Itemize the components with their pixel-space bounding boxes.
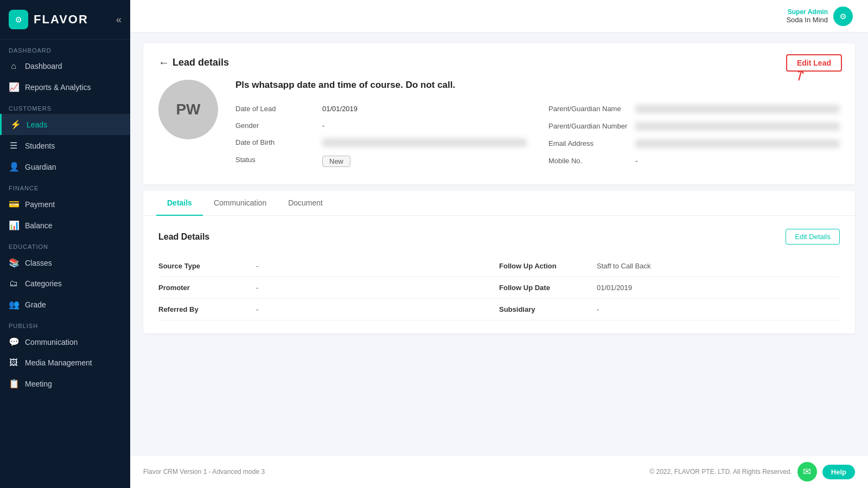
sidebar-section-finance: FINANCE 💳 Payment 📊 Balance	[0, 177, 130, 236]
parent-number-label: Parent/Guardian Number	[548, 122, 635, 130]
referred-by-label: Referred By	[158, 305, 256, 313]
status-label: Status	[235, 156, 322, 164]
sidebar-item-label: Reports & Analytics	[25, 83, 91, 92]
logo-icon: ⊙	[9, 10, 28, 29]
email-label: Email Address	[548, 139, 635, 147]
dob-row: Date of Birth	[235, 134, 527, 151]
sidebar-section-dashboard: DASHBOARD ⌂ Dashboard	[0, 40, 130, 76]
copyright-text: © 2022, FLAVOR PTE. LTD. All Rights Rese…	[649, 468, 792, 476]
sidebar-item-balance[interactable]: 📊 Balance	[0, 215, 130, 236]
sidebar-section-customers: CUSTOMERS ⚡ Leads ☰ Students 👤 Guardian	[0, 98, 130, 177]
tab-details[interactable]: Details	[156, 191, 203, 216]
email-row: Email Address	[548, 135, 840, 152]
follow-up-date-row: Follow Up Date 01/01/2019	[499, 277, 840, 299]
subsidiary-value: -	[597, 305, 599, 313]
sidebar-item-label: Balance	[25, 221, 53, 230]
tabs-header: Details Communication Document	[143, 191, 855, 216]
sidebar-item-label: Communication	[25, 338, 78, 346]
sidebar-section-label-education: EDUCATION	[0, 236, 130, 252]
lead-avatar: PW	[158, 80, 218, 139]
home-icon: ⌂	[9, 61, 18, 71]
status-badge: New	[322, 156, 350, 167]
follow-up-action-row: Follow Up Action Staff to Call Back	[499, 255, 840, 277]
communication-icon: 💬	[9, 337, 18, 347]
sidebar-item-communication[interactable]: 💬 Communication	[0, 331, 130, 352]
edit-lead-button[interactable]: Edit Lead	[786, 54, 842, 72]
help-button[interactable]: Help	[822, 465, 855, 479]
sidebar-item-label: Guardian	[25, 163, 56, 171]
details-grid: Source Type - Promoter - Referred By -	[158, 255, 840, 320]
edit-details-button[interactable]: Edit Details	[786, 229, 840, 245]
source-type-value: -	[256, 262, 258, 270]
source-type-row: Source Type -	[158, 255, 499, 277]
mobile-value: -	[635, 157, 840, 165]
students-icon: ☰	[9, 140, 18, 151]
sidebar-item-payment[interactable]: 💳 Payment	[0, 194, 130, 215]
sidebar-item-label: Grade	[25, 300, 46, 309]
follow-up-date-label: Follow Up Date	[499, 284, 597, 292]
whatsapp-button[interactable]: ✉	[797, 462, 817, 481]
sidebar: ⊙ FLAVOR « DASHBOARD ⌂ Dashboard 📈 Repor…	[0, 0, 130, 488]
promoter-row: Promoter -	[158, 277, 499, 299]
subsidiary-label: Subsidiary	[499, 305, 597, 313]
tab-document[interactable]: Document	[277, 191, 334, 216]
meeting-icon: 📋	[9, 378, 18, 389]
referred-by-value: -	[256, 305, 258, 313]
date-of-lead-label: Date of Lead	[235, 105, 322, 113]
follow-up-action-label: Follow Up Action	[499, 262, 597, 270]
sidebar-item-label: Leads	[27, 120, 47, 129]
follow-up-action-value: Staff to Call Back	[597, 262, 650, 270]
follow-up-date-value: 01/01/2019	[597, 284, 632, 292]
grade-icon: 👥	[9, 299, 18, 310]
section-title: Lead Details	[158, 232, 209, 242]
collapse-button[interactable]: «	[116, 14, 122, 25]
user-role: Super Admin	[786, 8, 828, 16]
info-grid: Date of Lead 01/01/2019 Gender - Date of…	[235, 100, 840, 171]
footer-right: © 2022, FLAVOR PTE. LTD. All Rights Rese…	[649, 462, 855, 481]
promoter-label: Promoter	[158, 284, 256, 292]
tab-communication[interactable]: Communication	[203, 191, 277, 216]
dob-value	[322, 138, 527, 147]
user-text: Super Admin Soda In Mind	[786, 8, 828, 24]
parent-name-row: Parent/Guardian Name	[548, 100, 840, 118]
main-content: Super Admin Soda In Mind ⊙ ← Lead detail…	[130, 0, 868, 488]
guardian-icon: 👤	[9, 162, 18, 172]
sidebar-section-reports: 📈 Reports & Analytics	[0, 76, 130, 98]
sidebar-item-media[interactable]: 🖼 Media Management	[0, 352, 130, 373]
parent-number-row: Parent/Guardian Number	[548, 118, 840, 135]
sidebar-header: ⊙ FLAVOR «	[0, 0, 130, 40]
gender-value: -	[322, 121, 527, 130]
mobile-row: Mobile No. -	[548, 152, 840, 169]
sidebar-section-publish: PUBLISH 💬 Communication 🖼 Media Manageme…	[0, 315, 130, 394]
back-button[interactable]: ← Lead details	[158, 56, 229, 69]
sidebar-item-leads[interactable]: ⚡ Leads	[0, 114, 130, 135]
subsidiary-row: Subsidiary -	[499, 299, 840, 320]
sidebar-item-meeting[interactable]: 📋 Meeting	[0, 373, 130, 394]
sidebar-section-label-finance: FINANCE	[0, 177, 130, 194]
sidebar-item-guardian[interactable]: 👤 Guardian	[0, 156, 130, 177]
parent-name-value	[635, 105, 840, 113]
page-area: ← Lead details ↗ Edit Lead PW Pls whatsa…	[130, 33, 868, 455]
payment-icon: 💳	[9, 199, 18, 209]
sidebar-item-label: Meeting	[25, 380, 52, 388]
classes-icon: 📚	[9, 258, 18, 268]
info-right-col: Parent/Guardian Name Parent/Guardian Num…	[548, 100, 840, 171]
sidebar-item-label: Media Management	[25, 358, 92, 367]
balance-icon: 📊	[9, 220, 18, 230]
lead-details-card: ← Lead details ↗ Edit Lead PW Pls whatsa…	[143, 43, 855, 184]
version-text: Flavor CRM Version 1 - Advanced mode 3	[143, 468, 265, 476]
sidebar-item-students[interactable]: ☰ Students	[0, 135, 130, 156]
gender-label: Gender	[235, 121, 322, 130]
date-of-lead-value: 01/01/2019	[322, 105, 527, 113]
mobile-label: Mobile No.	[548, 157, 635, 165]
user-info: Super Admin Soda In Mind ⊙	[786, 7, 853, 26]
back-arrow-icon: ←	[158, 56, 169, 69]
lead-info: Pls whatsapp date and time of course. Do…	[235, 80, 840, 171]
sidebar-item-dashboard[interactable]: ⌂ Dashboard	[0, 56, 130, 76]
topbar: Super Admin Soda In Mind ⊙	[130, 0, 868, 33]
sidebar-item-grade[interactable]: 👥 Grade	[0, 294, 130, 315]
sidebar-item-reports[interactable]: 📈 Reports & Analytics	[0, 76, 130, 98]
gender-row: Gender -	[235, 117, 527, 134]
sidebar-item-classes[interactable]: 📚 Classes	[0, 252, 130, 273]
sidebar-item-categories[interactable]: 🗂 Categories	[0, 273, 130, 294]
